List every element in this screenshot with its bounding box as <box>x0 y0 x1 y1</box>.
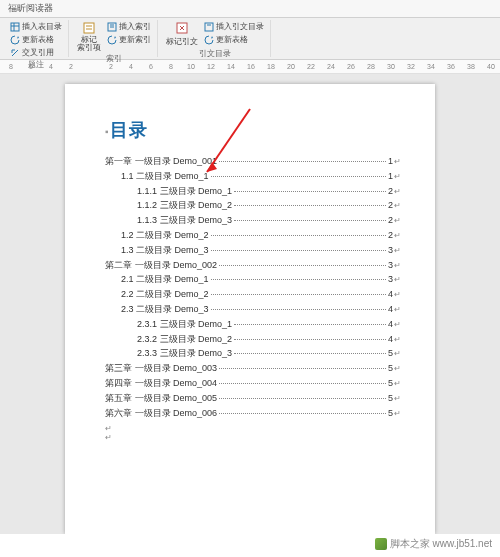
toc-entry[interactable]: 1.1.3 三级目录 Demo_32↵ <box>105 213 401 228</box>
toc-entry[interactable]: 2.2 二级目录 Demo_24↵ <box>105 287 401 302</box>
update-index-button[interactable]: 更新索引 <box>105 33 153 46</box>
toc-entry-label: 2.3.2 三级目录 Demo_2 <box>137 332 232 346</box>
toc-leader-dots <box>234 191 386 192</box>
paragraph-mark: ↵ <box>394 348 401 361</box>
toc-entry-page: 2 <box>388 228 393 242</box>
update-table-button[interactable]: 更新表格 <box>8 33 64 46</box>
ruler-tick: 14 <box>226 63 236 70</box>
ruler-tick: 36 <box>446 63 456 70</box>
toc-leader-dots <box>211 250 386 251</box>
toc-entry-page: 5 <box>388 361 393 375</box>
mark-citation-button[interactable]: 标记引文 <box>164 20 200 48</box>
toc-entry-label: 1.1.3 三级目录 Demo_3 <box>137 213 232 227</box>
toc-entry-page: 5 <box>388 376 393 390</box>
toc-leader-dots <box>219 368 386 369</box>
cross-reference-button[interactable]: 交叉引用 <box>8 46 64 59</box>
ruler-tick: 40 <box>486 63 496 70</box>
toc-entry[interactable]: 1.1.1 三级目录 Demo_12↵ <box>105 184 401 199</box>
refresh-icon <box>107 35 117 45</box>
ruler-tick: 26 <box>346 63 356 70</box>
toc-leader-dots <box>219 161 386 162</box>
svg-rect-10 <box>205 23 213 31</box>
paragraph-mark: ↵ <box>394 245 401 258</box>
toc-entry[interactable]: 2.3.1 三级目录 Demo_14↵ <box>105 317 401 332</box>
toc-entry-label: 1.1.2 三级目录 Demo_2 <box>137 198 232 212</box>
ruler-tick: 6 <box>26 63 36 70</box>
update-authorities-button[interactable]: 更新表格 <box>202 33 266 46</box>
insert-authorities-button[interactable]: 插入引文目录 <box>202 20 266 33</box>
ruler-tick <box>36 63 46 70</box>
toc-heading: ▪目录 <box>105 118 401 142</box>
toc-entry[interactable]: 1.1 二级目录 Demo_11↵ <box>105 169 401 184</box>
ruler-tick: 28 <box>366 63 376 70</box>
toc-entry-page: 2 <box>388 184 393 198</box>
watermark-logo-icon <box>375 538 387 550</box>
toc-entry[interactable]: 第二章 一级目录 Demo_0023↵ <box>105 258 401 273</box>
toc-entry[interactable]: 第六章 一级目录 Demo_0065↵ <box>105 406 401 421</box>
ruler-tick: 10 <box>186 63 196 70</box>
toc-entry-page: 2 <box>388 213 393 227</box>
ruler-tick: 34 <box>426 63 436 70</box>
toc-entry-page: 5 <box>388 391 393 405</box>
toc-leader-dots <box>219 398 386 399</box>
toc-leader-dots <box>211 235 386 236</box>
insert-index-icon <box>107 22 117 32</box>
cross-ref-icon <box>10 48 20 58</box>
ruler-tick: 8 <box>6 63 16 70</box>
toc-entry[interactable]: 1.1.2 三级目录 Demo_22↵ <box>105 198 401 213</box>
toc-entry[interactable]: 第一章 一级目录 Demo_0011↵ <box>105 154 401 169</box>
toc-entry[interactable]: 第三章 一级目录 Demo_0035↵ <box>105 361 401 376</box>
ruler-tick: 8 <box>166 63 176 70</box>
page: ▪目录 第一章 一级目录 Demo_0011↵1.1 二级目录 Demo_11↵… <box>65 84 435 534</box>
toc-leader-dots <box>234 205 386 206</box>
toc-entry[interactable]: 1.3 二级目录 Demo_33↵ <box>105 243 401 258</box>
toc-entry-label: 第二章 一级目录 Demo_002 <box>105 258 217 272</box>
toc-entry-label: 1.1.1 三级目录 Demo_1 <box>137 184 232 198</box>
horizontal-ruler[interactable]: 8642246810121416182022242628303234363840… <box>0 60 500 74</box>
toc-leader-dots <box>219 413 386 414</box>
ribbon-group-index: 标记 索引项 插入索引 更新索引 索引 <box>71 20 158 57</box>
ruler-tick <box>136 63 146 70</box>
table-icon <box>10 22 20 32</box>
toc-leader-dots <box>219 383 386 384</box>
ruler-tick <box>76 63 86 70</box>
toc-entry[interactable]: 第四章 一级目录 Demo_0045↵ <box>105 376 401 391</box>
ribbon-group-caption: 插入表目录 更新表格 交叉引用 题注 <box>4 20 69 57</box>
toc-leader-dots <box>211 279 386 280</box>
ruler-tick: 20 <box>286 63 296 70</box>
toc-leader-dots <box>234 220 386 221</box>
toc-entry[interactable]: 2.3 二级目录 Demo_34↵ <box>105 302 401 317</box>
toc-entry-label: 1.1 二级目录 Demo_1 <box>121 169 209 183</box>
toc-entry[interactable]: 1.2 二级目录 Demo_22↵ <box>105 228 401 243</box>
ribbon: 插入表目录 更新表格 交叉引用 题注 标记 索引项 插入索引 更新索引 索引 标… <box>0 18 500 60</box>
refresh-icon <box>10 35 20 45</box>
insert-index-button[interactable]: 插入索引 <box>105 20 153 33</box>
toc-leader-dots <box>219 265 386 266</box>
paragraph-mark: ↵ <box>394 215 401 228</box>
ruler-tick: 24 <box>326 63 336 70</box>
ruler-tick <box>476 63 486 70</box>
ruler-tick <box>256 63 266 70</box>
ruler-tick <box>416 63 426 70</box>
ruler-tick <box>176 63 186 70</box>
toc-entry[interactable]: 2.1 二级目录 Demo_13↵ <box>105 272 401 287</box>
toc-leader-dots <box>211 309 386 310</box>
insert-table-of-figures-button[interactable]: 插入表目录 <box>8 20 64 33</box>
document-viewport[interactable]: ▪目录 第一章 一级目录 Demo_0011↵1.1 二级目录 Demo_11↵… <box>0 74 500 534</box>
toc-entry-page: 5 <box>388 406 393 420</box>
ruler-tick <box>196 63 206 70</box>
paragraph-mark: ↵ <box>394 363 401 376</box>
toc-entry-page: 4 <box>388 302 393 316</box>
toc-leader-dots <box>234 324 386 325</box>
toc-entry-page: 4 <box>388 287 393 301</box>
mark-index-entry-button[interactable]: 标记 索引项 <box>75 20 103 53</box>
toc-entry[interactable]: 第五章 一级目录 Demo_0055↵ <box>105 391 401 406</box>
toc-entry[interactable]: 2.3.2 三级目录 Demo_24↵ <box>105 332 401 347</box>
toc-entry-page: 5 <box>388 346 393 360</box>
toc-entry-label: 1.3 二级目录 Demo_3 <box>121 243 209 257</box>
toc-entry-label: 2.1 二级目录 Demo_1 <box>121 272 209 286</box>
ruler-tick <box>96 63 106 70</box>
toc-entry-label: 2.3.3 三级目录 Demo_3 <box>137 346 232 360</box>
toc-entry[interactable]: 2.3.3 三级目录 Demo_35↵ <box>105 346 401 361</box>
ruler-tick <box>156 63 166 70</box>
